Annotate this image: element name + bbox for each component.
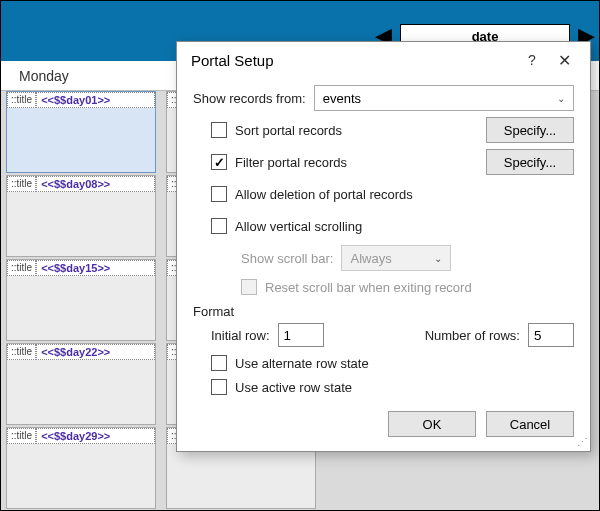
reset-scrollbar-label: Reset scroll bar when exiting record (265, 280, 472, 295)
show-scrollbar-select: Always ⌄ (341, 245, 451, 271)
chevron-down-icon: ⌄ (557, 93, 565, 104)
help-icon[interactable]: ? (516, 52, 548, 68)
initial-row-input[interactable] (278, 323, 324, 347)
allow-delete-label: Allow deletion of portal records (235, 187, 413, 202)
chevron-down-icon: ⌄ (434, 253, 442, 264)
active-row-checkbox[interactable] (211, 379, 227, 395)
show-records-from-value: events (323, 91, 361, 106)
day-variable: <<$$day01>> (36, 92, 155, 108)
field-title-tag: ::title (7, 260, 36, 276)
format-group-label: Format (193, 304, 574, 319)
calendar-cell[interactable]: ::title<<$$day29>>events [1..5+, Filter] (6, 427, 156, 509)
show-scrollbar-label: Show scroll bar: (241, 251, 333, 266)
cancel-button[interactable]: Cancel (486, 411, 574, 437)
calendar-cell[interactable]: ::title<<$$day08>>events [1..5, Filter] (6, 175, 156, 257)
weekday-label: Monday (19, 68, 69, 84)
field-title-tag: ::title (7, 428, 36, 444)
sort-records-checkbox[interactable] (211, 122, 227, 138)
close-icon[interactable]: ✕ (548, 51, 580, 70)
resize-grip-icon[interactable]: ⋰ (577, 436, 588, 449)
day-variable: <<$$day08>> (36, 176, 155, 192)
allow-vscroll-label: Allow vertical scrolling (235, 219, 362, 234)
allow-vscroll-checkbox[interactable] (211, 218, 227, 234)
sort-specify-button[interactable]: Specify... (486, 117, 574, 143)
calendar-cell[interactable]: ::title<<$$day22>>events [1..5+, Filter] (6, 343, 156, 425)
active-row-label: Use active row state (235, 380, 352, 395)
show-records-from-label: Show records from: (193, 91, 306, 106)
dialog-title: Portal Setup (191, 52, 274, 69)
field-title-tag: ::title (7, 176, 36, 192)
field-title-tag: ::title (7, 92, 36, 108)
initial-row-label: Initial row: (211, 328, 270, 343)
filter-records-checkbox[interactable]: ✓ (211, 154, 227, 170)
calendar-column-1: ::title<<$$day01>>::title<<$$day08>>even… (6, 91, 156, 505)
number-of-rows-input[interactable] (528, 323, 574, 347)
alternate-row-checkbox[interactable] (211, 355, 227, 371)
sort-records-label: Sort portal records (235, 123, 342, 138)
calendar-cell[interactable]: ::title<<$$day01>> (6, 91, 156, 173)
reset-scrollbar-checkbox (241, 279, 257, 295)
day-variable: <<$$day15>> (36, 260, 155, 276)
show-scrollbar-value: Always (350, 251, 391, 266)
filter-specify-button[interactable]: Specify... (486, 149, 574, 175)
day-variable: <<$$day22>> (36, 344, 155, 360)
calendar-cell[interactable]: ::title<<$$day15>>events [1..5+, Filter] (6, 259, 156, 341)
allow-delete-checkbox[interactable] (211, 186, 227, 202)
number-of-rows-label: Number of rows: (425, 328, 520, 343)
show-records-from-select[interactable]: events ⌄ (314, 85, 574, 111)
field-title-tag: ::title (7, 344, 36, 360)
ok-button[interactable]: OK (388, 411, 476, 437)
day-variable: <<$$day29>> (36, 428, 155, 444)
alternate-row-label: Use alternate row state (235, 356, 369, 371)
portal-setup-dialog: Portal Setup ? ✕ Show records from: even… (176, 41, 591, 452)
filter-records-label: Filter portal records (235, 155, 347, 170)
